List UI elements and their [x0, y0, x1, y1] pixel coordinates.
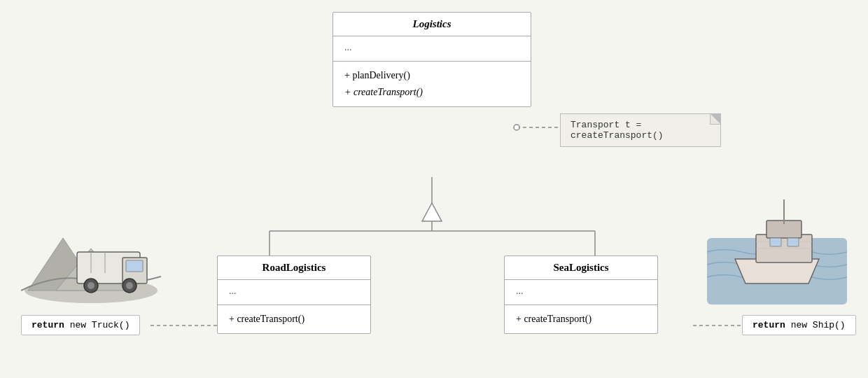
svg-point-6	[514, 125, 519, 130]
logistics-fields: ...	[333, 36, 531, 62]
svg-marker-4	[422, 203, 442, 221]
diagram-container: Logistics ... + planDelivery() + createT…	[0, 0, 868, 378]
road-logistics-name: RoadLogistics	[262, 262, 326, 273]
truck-illustration	[21, 182, 161, 304]
sea-logistics-method-create: + createTransport()	[516, 311, 646, 328]
sea-logistics-fields: ...	[505, 280, 657, 305]
logistics-method-create: + createTransport()	[344, 84, 519, 101]
road-logistics-methods: + createTransport()	[218, 305, 370, 333]
ship-illustration	[707, 182, 847, 304]
logistics-fields-text: ...	[344, 42, 352, 52]
logistics-method-plan: + planDelivery()	[344, 67, 519, 84]
logistics-methods: + planDelivery() + createTransport()	[333, 62, 531, 106]
road-logistics-method-create: + createTransport()	[229, 311, 359, 328]
logistics-class-name: Logistics	[413, 18, 451, 29]
road-logistics-fields-text: ...	[229, 286, 237, 296]
svg-rect-25	[788, 238, 799, 246]
truck-code-text: new Truck()	[70, 320, 130, 330]
svg-rect-14	[126, 260, 143, 272]
road-logistics-header: RoadLogistics	[218, 256, 370, 280]
sea-logistics-name: SeaLogistics	[553, 262, 608, 273]
svg-point-16	[88, 282, 94, 289]
logistics-class-header: Logistics	[333, 13, 531, 36]
ship-keyword: return	[752, 320, 785, 330]
note-text: Transport t = createTransport()	[570, 120, 664, 141]
ship-code-snippet: return new Ship()	[742, 315, 856, 335]
ship-code-text: new Ship()	[791, 320, 846, 330]
svg-rect-24	[770, 238, 781, 246]
note-box: Transport t = createTransport()	[560, 113, 721, 147]
truck-code-snippet: return new Truck()	[21, 315, 140, 335]
sea-logistics-header: SeaLogistics	[505, 256, 657, 280]
svg-point-18	[126, 282, 133, 289]
sea-logistics-methods: + createTransport()	[505, 305, 657, 333]
truck-keyword: return	[31, 320, 64, 330]
sea-logistics-class: SeaLogistics ... + createTransport()	[504, 255, 658, 334]
logistics-class: Logistics ... + planDelivery() + createT…	[332, 12, 531, 107]
sea-logistics-fields-text: ...	[516, 286, 524, 296]
road-logistics-class: RoadLogistics ... + createTransport()	[217, 255, 371, 334]
road-logistics-fields: ...	[218, 280, 370, 305]
